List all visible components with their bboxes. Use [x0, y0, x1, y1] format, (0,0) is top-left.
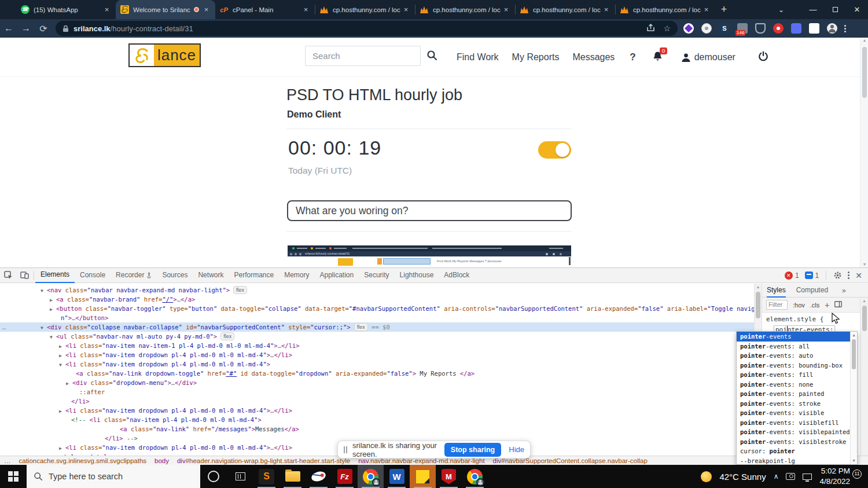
autocomplete-item[interactable]: --breakpoint-lg [737, 456, 857, 465]
autocomplete-item[interactable]: pointer-events: fill [737, 370, 857, 380]
autocomplete-item[interactable]: cursor: pointer [737, 446, 857, 456]
dom-tree-line[interactable]: n">…</button> [0, 313, 754, 322]
browser-tab[interactable]: Welcome to Srilanc× [116, 0, 215, 19]
address-bar[interactable]: srilance.lk/hourly-contract-detail/31 ☆ [56, 21, 678, 36]
device-toolbar-icon[interactable] [16, 271, 32, 279]
forward-button[interactable]: → [17, 23, 35, 34]
cortana-icon[interactable] [200, 465, 227, 488]
browser-tab[interactable]: cPcPanel - Main× [215, 0, 315, 19]
inspect-element-icon[interactable] [0, 271, 16, 280]
dom-tree-line[interactable]: <a class="nav-link" href="/messages">Mes… [0, 424, 754, 434]
expand-arrow-icon[interactable]: ▼ [50, 333, 56, 341]
browser-menu-icon[interactable] [844, 25, 846, 32]
dom-tree-line[interactable]: ▶<li class="nav-item nav-item-1 pl-4 pl-… [0, 341, 754, 350]
close-button[interactable]: ✕ [846, 0, 868, 19]
breadcrumb-item[interactable]: cationcache.svg.inlinesvg.smil.svgclippa… [19, 457, 147, 464]
share-icon[interactable] [646, 24, 655, 34]
stop-sharing-button[interactable]: Stop sharing [444, 443, 501, 457]
devtools-settings-gear-icon[interactable] [833, 271, 842, 280]
reload-button[interactable]: ⟳ [35, 23, 52, 34]
tab-search-chevron-icon[interactable]: ⌄ [773, 0, 790, 19]
tray-expand-chevron[interactable]: ∧ [774, 472, 779, 480]
browser-tab[interactable]: cp.hosthunny.com / loc× [415, 0, 515, 19]
extension-icon[interactable] [809, 23, 819, 34]
chrome-icon[interactable] [462, 465, 488, 488]
notifications-bell-icon[interactable]: 0 [653, 51, 663, 64]
page-scrollbar[interactable]: ▲ ▼ [860, 38, 868, 267]
network-tray-icon[interactable] [803, 474, 812, 480]
weather-sun-icon[interactable] [701, 471, 712, 482]
file-explorer-icon[interactable] [279, 465, 306, 488]
tab-close-icon[interactable]: × [701, 5, 711, 14]
sidebar-tab-styles[interactable]: Styles [767, 284, 786, 298]
tab-close-icon[interactable]: × [601, 5, 611, 14]
task-input[interactable]: What are you woring on? [287, 200, 572, 221]
devtools-menu-icon[interactable] [848, 271, 849, 279]
dom-tree-line[interactable]: ▶<a class="navbar-brand" href="/">…</a> [0, 295, 754, 304]
devtools-tab-application[interactable]: Application [315, 268, 359, 283]
sticky-notes-icon[interactable] [410, 465, 436, 488]
devtools-tab-recorder[interactable]: Recorder [111, 268, 157, 283]
autocomplete-item[interactable]: pointer-events: visiblestroke [737, 437, 857, 447]
browser-tab[interactable]: cp.hosthunny.com / loc× [616, 0, 715, 19]
more-tabs-icon[interactable]: » [842, 287, 846, 295]
mcafee-icon[interactable]: M [436, 465, 462, 488]
dom-tree-line[interactable]: ▶<button class="navbar-toggler" type="bu… [0, 304, 754, 313]
tab-close-icon[interactable]: × [201, 5, 211, 14]
dom-tree-line[interactable]: ▶<li class="nav-item dropdown pl-4 pl-md… [0, 406, 754, 415]
expand-arrow-icon[interactable]: ▶ [59, 407, 65, 415]
shield-extension-icon[interactable] [755, 23, 766, 34]
weather-text[interactable]: 42°C Sunny [719, 472, 766, 482]
drag-handle-icon[interactable] [344, 446, 347, 453]
chrome-icon[interactable] [358, 465, 384, 488]
autocomplete-scrollbar[interactable]: ▲ ▼ [850, 332, 857, 464]
expand-arrow-icon[interactable]: ▶ [59, 351, 65, 359]
devtools-tab-lighthouse[interactable]: Lighthouse [395, 268, 439, 283]
extensions-puzzle-icon[interactable] [791, 23, 801, 34]
issues-badge[interactable]: 1 [805, 271, 819, 280]
logout-power-icon[interactable] [758, 51, 768, 64]
devtools-tab-network[interactable]: Network [193, 268, 229, 283]
breadcrumb-item[interactable]: body [155, 457, 169, 464]
breadcrumb-item[interactable]: … [4, 457, 11, 464]
tab-close-icon[interactable]: × [301, 5, 311, 14]
expand-arrow-icon[interactable]: ▼ [59, 361, 65, 369]
flex-badge[interactable]: flex [233, 286, 247, 294]
back-button[interactable]: ← [0, 23, 17, 34]
screen-cast-tray-icon[interactable] [786, 473, 795, 480]
extension-icon[interactable] [773, 23, 784, 34]
devtools-tab-adblock[interactable]: AdBlock [439, 268, 475, 283]
dom-tree-line[interactable]: ▶<li class="nav-item dropdown pl-4 pl-md… [0, 350, 754, 359]
browser-tab[interactable]: cp.hosthunny.com / loc× [315, 0, 415, 19]
new-style-rule-button[interactable]: + [825, 300, 829, 310]
word-icon[interactable]: W [384, 465, 410, 488]
nav-link-my-reports[interactable]: My Reports [512, 52, 560, 63]
dom-tree-line[interactable]: <!-- <li class="nav-item pl-4 pl-md-0 ml… [0, 415, 754, 424]
dom-tree-line[interactable]: ▼<nav class="navbar navbar-expand-md nav… [0, 285, 754, 295]
styles-scrollbar[interactable]: ▲ [860, 298, 868, 456]
extension-icon[interactable] [683, 23, 694, 34]
nav-link-messages[interactable]: Messages [572, 52, 615, 63]
dom-tree-line[interactable]: </li> [0, 397, 754, 406]
expand-arrow-icon[interactable]: ▼ [41, 324, 47, 332]
expand-arrow-icon[interactable]: ▶ [59, 342, 65, 350]
hide-link[interactable]: Hide [509, 445, 524, 454]
maximize-button[interactable] [824, 0, 846, 19]
expand-arrow-icon[interactable]: ▶ [59, 444, 65, 452]
autocomplete-item[interactable]: pointer-events: stroke [737, 399, 857, 409]
taskbar-search[interactable]: Type here to search [27, 465, 200, 488]
styles-filter-input[interactable]: Filter [766, 300, 788, 310]
help-link[interactable]: ? [630, 52, 635, 63]
console-error-badge[interactable]: ✕1 [785, 271, 799, 280]
profile-avatar[interactable] [827, 23, 837, 34]
dom-tree-line[interactable]: <a class="nav-link dropdown-toggle" href… [0, 369, 754, 378]
adblock-extension-icon[interactable]: 146 [737, 23, 748, 34]
expand-arrow-icon[interactable]: ▶ [50, 305, 56, 313]
minimize-button[interactable]: — [802, 0, 824, 19]
autocomplete-item[interactable]: pointer-events: visiblefill [737, 418, 857, 428]
flex-badge[interactable]: flex [220, 332, 234, 340]
extension-icon[interactable]: S [719, 23, 730, 34]
dom-tree-line[interactable]: ▶<div class="dropdown-menu">…</div> [0, 378, 754, 387]
autocomplete-item[interactable]: pointer-events [737, 332, 857, 342]
search-input[interactable]: Search [305, 46, 421, 66]
